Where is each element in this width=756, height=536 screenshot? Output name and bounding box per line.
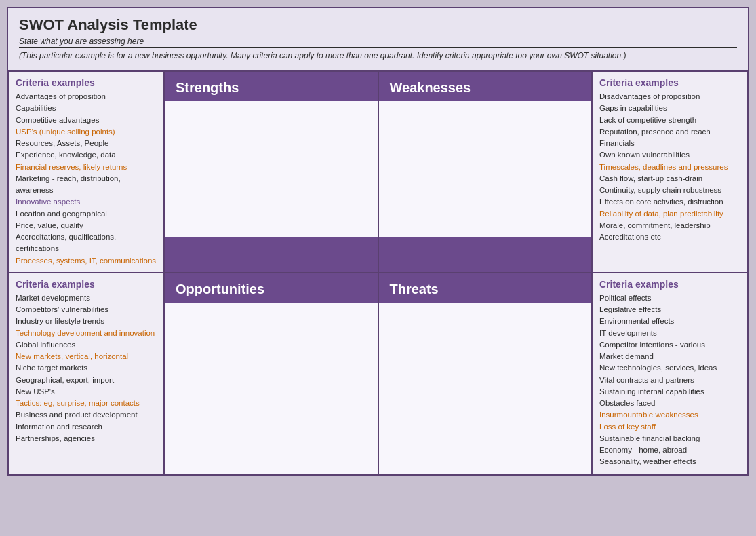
- list-item: Processes, systems, IT, communications: [16, 255, 157, 267]
- list-item: Vital contracts and partners: [599, 375, 740, 386]
- list-item: Marketing - reach, distribution, awarene…: [16, 173, 157, 197]
- criteria-top-left-list: Advantages of propositionCapabilitiesCom…: [16, 91, 157, 267]
- list-item: Market developments: [16, 292, 157, 304]
- empty-quadrant-area[interactable]: [379, 101, 592, 237]
- strengths-label: Strengths: [176, 80, 239, 95]
- list-item: Information and research: [16, 421, 157, 433]
- list-item: Continuity, supply chain robustness: [599, 185, 740, 196]
- criteria-top-left-title: Criteria examples: [16, 77, 157, 88]
- list-item: Sustaining internal capabilities: [599, 386, 740, 398]
- list-item: Lack of competitive strength: [599, 115, 740, 126]
- list-item: Legislative effects: [599, 304, 740, 315]
- list-item: New technologies, services, ideas: [599, 362, 740, 374]
- criteria-top-right-list: Disadvantages of propositionGaps in capa…: [599, 91, 740, 243]
- list-item: Loss of key staff: [599, 421, 740, 433]
- list-item: Partnerships, agencies: [16, 433, 157, 444]
- weaknesses-label: Weaknesses: [390, 80, 471, 95]
- list-item: Environmental effects: [599, 315, 740, 327]
- criteria-bottom-left-title: Criteria examples: [16, 279, 157, 290]
- list-item: Economy - home, abroad: [599, 444, 740, 456]
- list-item: Sustainable financial backing: [599, 433, 740, 444]
- criteria-top-right: Criteria examples Disadvantages of propo…: [592, 71, 748, 273]
- list-item: Political effects: [599, 292, 740, 304]
- list-item: Price, value, quality: [16, 220, 157, 231]
- list-item: Niche target markets: [16, 362, 157, 374]
- swot-template: SWOT Analysis Template State what you ar…: [7, 7, 749, 476]
- list-item: Advantages of proposition: [16, 91, 157, 102]
- empty-quadrant-area[interactable]: [165, 303, 378, 474]
- threats-cell: Threats: [378, 273, 593, 474]
- list-item: Financial reserves, likely returns: [16, 161, 157, 173]
- empty-quadrant-area[interactable]: [165, 101, 378, 237]
- list-item: Cash flow, start-up cash-drain: [599, 173, 740, 185]
- strengths-header: Strengths: [164, 71, 378, 273]
- list-item: Competitive advantages: [16, 115, 157, 126]
- list-item: Tactics: eg, surprise, major contacts: [16, 398, 157, 409]
- criteria-bottom-right-title: Criteria examples: [599, 279, 740, 290]
- list-item: USP's (unique selling points): [16, 126, 157, 138]
- list-item: Business and product development: [16, 409, 157, 421]
- criteria-bottom-left: Criteria examples Market developmentsCom…: [8, 273, 164, 474]
- opportunities-label: Opportunities: [176, 282, 367, 297]
- list-item: Experience, knowledge, data: [16, 149, 157, 161]
- list-item: Competitor intentions - various: [599, 339, 740, 351]
- empty-quadrant-area[interactable]: [379, 303, 592, 474]
- page-title: SWOT Analysis Template: [19, 16, 737, 34]
- list-item: Morale, commitment, leadership: [599, 220, 740, 231]
- list-item: Location and geographical: [16, 208, 157, 220]
- list-item: Industry or lifestyle trends: [16, 315, 157, 327]
- list-item: Disadvantages of proposition: [599, 91, 740, 102]
- list-item: Timescales, deadlines and pressures: [599, 161, 740, 173]
- list-item: Global influences: [16, 339, 157, 351]
- list-item: Innovative aspects: [16, 196, 157, 208]
- list-item: Market demand: [599, 351, 740, 362]
- list-item: New markets, vertical, horizontal: [16, 351, 157, 362]
- list-item: Reliability of data, plan predictability: [599, 208, 740, 220]
- list-item: IT developments: [599, 328, 740, 339]
- list-item: Capabilities: [16, 102, 157, 114]
- list-item: Gaps in capabilities: [599, 102, 740, 114]
- list-item: Competitors' vulnerabilities: [16, 304, 157, 315]
- header-note: (This particular example is for a new bu…: [19, 51, 737, 60]
- list-item: Technology development and innovation: [16, 328, 157, 339]
- list-item: Accreditations etc: [599, 231, 740, 243]
- criteria-bottom-right-list: Political effectsLegislative effectsEnvi…: [599, 292, 740, 468]
- criteria-bottom-right: Criteria examples Political effectsLegis…: [592, 273, 748, 474]
- subtitle-line: State what you are assessing here_______…: [19, 37, 737, 48]
- header-section: SWOT Analysis Template State what you ar…: [8, 8, 748, 71]
- swot-grid: Criteria examples Advantages of proposit…: [8, 71, 748, 474]
- list-item: Seasonality, weather effects: [599, 456, 740, 467]
- list-item: Insurmountable weaknesses: [599, 409, 740, 421]
- list-item: Own known vulnerabilities: [599, 149, 740, 161]
- threats-label: Threats: [390, 282, 581, 297]
- weaknesses-header: Weaknesses: [378, 71, 593, 273]
- list-item: New USP's: [16, 386, 157, 398]
- list-item: Reputation, presence and reach: [599, 126, 740, 138]
- list-item: Geographical, export, import: [16, 375, 157, 386]
- criteria-top-left: Criteria examples Advantages of proposit…: [8, 71, 164, 273]
- list-item: Obstacles faced: [599, 398, 740, 409]
- opportunities-cell: Opportunities: [164, 273, 378, 474]
- list-item: Resources, Assets, People: [16, 138, 157, 149]
- criteria-top-right-title: Criteria examples: [599, 77, 740, 88]
- list-item: Accreditations, qualifications, certific…: [16, 231, 157, 255]
- list-item: Effects on core activities, distruction: [599, 196, 740, 208]
- criteria-bottom-left-list: Market developmentsCompetitors' vulnerab…: [16, 292, 157, 444]
- list-item: Financials: [599, 138, 740, 149]
